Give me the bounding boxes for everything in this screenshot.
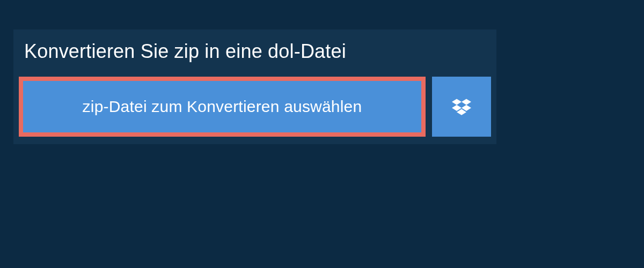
- choose-file-button-label: zip-Datei zum Konvertieren auswählen: [83, 98, 362, 116]
- svg-marker-0: [452, 99, 462, 105]
- svg-marker-3: [462, 105, 471, 111]
- action-row: zip-Datei zum Konvertieren auswählen: [13, 77, 496, 144]
- dropbox-button[interactable]: [432, 77, 491, 137]
- page-title: Konvertieren Sie zip in eine dol-Datei: [13, 29, 496, 77]
- dropbox-icon: [452, 97, 471, 116]
- converter-panel: Konvertieren Sie zip in eine dol-Datei z…: [13, 29, 496, 144]
- svg-marker-1: [462, 99, 471, 105]
- svg-marker-2: [452, 105, 462, 111]
- svg-marker-4: [457, 109, 466, 115]
- choose-file-button[interactable]: zip-Datei zum Konvertieren auswählen: [19, 77, 426, 137]
